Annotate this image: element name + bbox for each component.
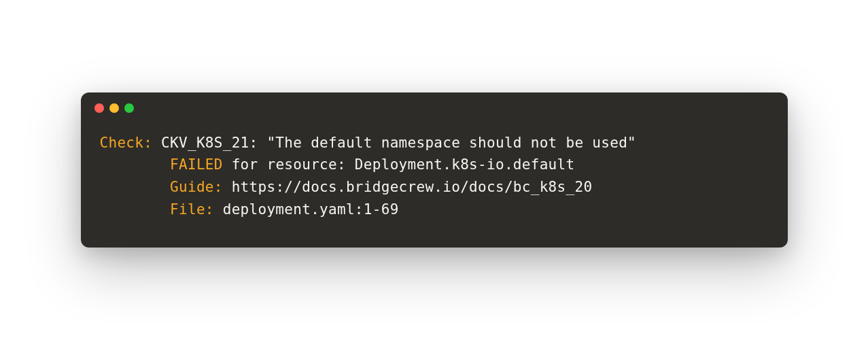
terminal-content: Check: CKV_K8S_21: "The default namespac… bbox=[81, 118, 788, 248]
maximize-icon[interactable] bbox=[124, 103, 134, 113]
output-line-guide: Guide: https://docs.bridgecrew.io/docs/b… bbox=[100, 176, 769, 199]
failed-text: for resource: Deployment.k8s-io.default bbox=[223, 156, 575, 173]
guide-label: Guide: bbox=[170, 179, 223, 195]
output-line-file: File: deployment.yaml:1-69 bbox=[100, 199, 769, 221]
check-text: CKV_K8S_21: "The default namespace shoul… bbox=[152, 135, 636, 151]
file-label: File: bbox=[170, 201, 214, 218]
terminal-window: Check: CKV_K8S_21: "The default namespac… bbox=[81, 92, 788, 248]
title-bar bbox=[81, 92, 788, 118]
guide-text: https://docs.bridgecrew.io/docs/bc_k8s_2… bbox=[223, 179, 593, 195]
check-label: Check: bbox=[100, 135, 153, 151]
indent bbox=[100, 154, 171, 176]
failed-label: FAILED bbox=[170, 156, 223, 173]
output-line-check: Check: CKV_K8S_21: "The default namespac… bbox=[100, 132, 769, 154]
close-icon[interactable] bbox=[94, 103, 104, 113]
output-line-failed: FAILED for resource: Deployment.k8s-io.d… bbox=[100, 154, 769, 176]
indent bbox=[100, 176, 171, 199]
minimize-icon[interactable] bbox=[109, 103, 119, 113]
file-text: deployment.yaml:1-69 bbox=[214, 201, 399, 218]
indent bbox=[100, 199, 171, 221]
